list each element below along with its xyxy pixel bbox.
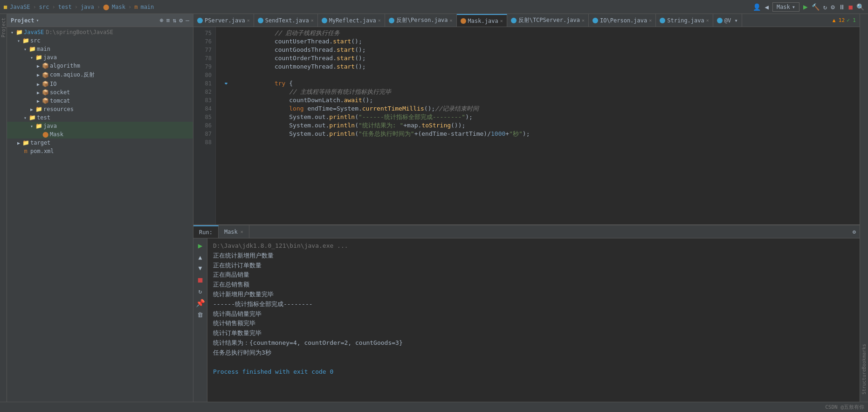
expand-arrow-reflect[interactable]: ▶ — [35, 72, 41, 77]
pin-button[interactable]: 📌 — [196, 299, 205, 307]
expand-arrow-root[interactable]: ▾ — [9, 30, 15, 35]
tree-item-resources[interactable]: ▶ 📁 resources — [7, 105, 193, 113]
output-line-1: 正在统计新增用户数量 — [213, 251, 854, 261]
tab-close-myreflect[interactable]: ✕ — [378, 18, 381, 23]
scroll-up-button[interactable]: ▲ — [199, 254, 202, 261]
settings-panel-icon[interactable]: ⚙ — [179, 17, 183, 24]
tree-item-src[interactable]: ▾ 📁 src — [7, 36, 193, 45]
tab-close-tcpserver[interactable]: ✕ — [582, 18, 585, 23]
expand-arrow-java-test[interactable]: ▾ — [28, 124, 35, 129]
tab-icon-myreflect — [322, 18, 327, 23]
line-numbers: 75 76 77 78 79 80 81 82 83 84 85 86 87 8… — [193, 27, 216, 224]
breadcrumb-mask[interactable]: Mask — [112, 4, 125, 10]
tab-pserver[interactable]: PServer.java ✕ — [193, 14, 254, 27]
run-config-selector[interactable]: Mask ▾ — [772, 2, 799, 12]
breadcrumb-java[interactable]: java — [81, 4, 94, 10]
tab-close-mask[interactable]: ✕ — [500, 18, 503, 23]
run-button[interactable]: ▶ — [803, 2, 808, 11]
locate-icon[interactable]: ⊕ — [160, 17, 164, 24]
expand-arrow-resources[interactable]: ▶ — [28, 107, 35, 112]
tree-item-io[interactable]: ▶ 📦 IO — [7, 80, 193, 88]
code-line-82: // 主线程等待所有统计指标执行完毕 — [221, 88, 860, 96]
collapse-all-icon[interactable]: ≡ — [166, 17, 170, 24]
code-content[interactable]: // 启动子线程执行任务 countUserThread.start(); co… — [216, 27, 860, 224]
tree-item-tomcat[interactable]: ▶ 📦 tomcat — [7, 97, 193, 105]
tab-v[interactable]: @V ▾ — [713, 14, 742, 27]
tab-sendtext[interactable]: SendText.java ✕ — [254, 14, 318, 27]
tab-label-string: String.java — [667, 17, 704, 24]
stop-icon[interactable]: ■ — [849, 3, 853, 11]
settings-icon[interactable]: ⚙ — [831, 3, 834, 11]
tab-reflect-person[interactable]: 反射\Person.java ✕ — [385, 14, 457, 27]
panel-title: Project — [11, 17, 34, 24]
expand-arrow-src[interactable]: ▾ — [15, 38, 22, 43]
back-icon[interactable]: ◀ — [765, 3, 768, 11]
user-icon[interactable]: 👤 — [753, 3, 761, 11]
breadcrumb-test[interactable]: test — [58, 4, 72, 10]
run-tab-label: Run — [199, 229, 209, 236]
expand-arrow-test[interactable]: ▾ — [22, 115, 28, 120]
rerun-button[interactable]: ↻ — [199, 288, 202, 295]
tab-io-person[interactable]: IO\Person.java ✕ — [589, 14, 656, 27]
clear-button[interactable]: 🗑 — [197, 311, 203, 318]
gutter-81: ❤ — [221, 79, 231, 88]
package-icon-reflect: 📦 — [41, 72, 49, 78]
top-bar-right: 👤 ◀ Mask ▾ ▶ 🔨 ↻ ⚙ ⏸ ■ 🔍 — [753, 2, 864, 12]
tab-string[interactable]: String.java ✕ — [656, 14, 713, 27]
expand-arrow-main[interactable]: ▾ — [22, 47, 28, 52]
breadcrumb-src[interactable]: src — [39, 4, 49, 10]
tree-item-algorithm[interactable]: ▶ 📦 algorithm — [7, 62, 193, 70]
tree-item-reflect[interactable]: ▶ 📦 com.aqiuo.反射 — [7, 70, 193, 80]
breadcrumb-javase[interactable]: JavaSE — [10, 4, 30, 10]
tab-close-sendtext[interactable]: ✕ — [311, 18, 314, 23]
bookmarks-label: Bookmarks — [861, 344, 867, 369]
tree-item-java-main[interactable]: ▾ 📁 java — [7, 53, 193, 62]
code-line-79: countmoneyThread.start(); — [221, 63, 860, 71]
tab-mask[interactable]: Mask.java ✕ — [457, 14, 507, 27]
code-line-77: countGoodsThread.start(); — [221, 46, 860, 54]
tree-item-java-test[interactable]: ▾ 📁 java — [7, 122, 193, 130]
tab-tcpserver[interactable]: 反射\TCPServer.java ✕ — [507, 14, 589, 27]
expand-icon[interactable]: ⇅ — [173, 17, 177, 24]
run-again-button[interactable]: ▶ — [198, 241, 203, 250]
expand-arrow-socket[interactable]: ▶ — [35, 90, 41, 95]
scroll-down-button[interactable]: ▼ — [199, 265, 202, 272]
tree-item-socket[interactable]: ▶ 📦 socket — [7, 88, 193, 97]
panel-header-icons: ⊕ ≡ ⇅ ⚙ — — [160, 17, 189, 24]
tab-close-string[interactable]: ✕ — [706, 18, 709, 23]
project-sidebar-label[interactable]: Project — [1, 16, 6, 39]
stop-run-button[interactable]: ■ — [198, 275, 203, 284]
expand-arrow-algorithm[interactable]: ▶ — [35, 63, 41, 69]
expand-arrow-io[interactable]: ▶ — [35, 82, 41, 87]
tab-icon-tcpserver — [511, 18, 517, 23]
gear-icon[interactable]: ⚙ — [853, 229, 856, 235]
reflect-label: com.aqiuo.反射 — [50, 71, 95, 79]
update-icon[interactable]: ↻ — [823, 3, 827, 11]
tree-item-test[interactable]: ▾ 📁 test — [7, 113, 193, 122]
output-line-2: 正在统计订单数量 — [213, 261, 854, 271]
build-icon[interactable]: 🔨 — [812, 3, 820, 11]
run-output[interactable]: D:\Java\jdk1.8.0_121\bin\java.exe ... 正在… — [207, 238, 860, 402]
close-panel-icon[interactable]: — — [186, 17, 189, 24]
tab-close-io-person[interactable]: ✕ — [649, 18, 652, 23]
panel-arrow[interactable]: ▾ — [36, 18, 39, 23]
search-icon[interactable]: 🔍 — [856, 3, 864, 11]
tab-close-pserver[interactable]: ✕ — [247, 18, 250, 23]
tree-item-pom[interactable]: m pom.xml — [7, 147, 193, 155]
io-label: IO — [50, 81, 56, 87]
tree-item-main[interactable]: ▾ 📁 main — [7, 45, 193, 53]
bottom-tab-mask[interactable]: Mask ✕ — [219, 225, 249, 238]
bottom-tab-run[interactable]: Run : — [193, 225, 219, 238]
mask-tab-close[interactable]: ✕ — [241, 229, 243, 234]
pause-icon[interactable]: ⏸ — [839, 3, 845, 11]
expand-arrow-target[interactable]: ▶ — [15, 140, 22, 146]
tab-myreflect[interactable]: MyReflect.java ✕ — [318, 14, 385, 27]
tree-item-mask-file[interactable]: ⬤ Mask — [7, 130, 193, 139]
tree-item-target[interactable]: ▶ 📁 target — [7, 139, 193, 147]
tree-item-root[interactable]: ▾ 📁 JavaSE D:\springBoot\JavaSE — [7, 28, 193, 36]
expand-arrow-java-main[interactable]: ▾ — [28, 55, 35, 60]
breadcrumb-main[interactable]: main — [140, 4, 154, 10]
package-icon-tomcat: 📦 — [41, 98, 49, 104]
tab-close-reflect-person[interactable]: ✕ — [450, 18, 453, 23]
expand-arrow-tomcat[interactable]: ▶ — [35, 98, 41, 104]
